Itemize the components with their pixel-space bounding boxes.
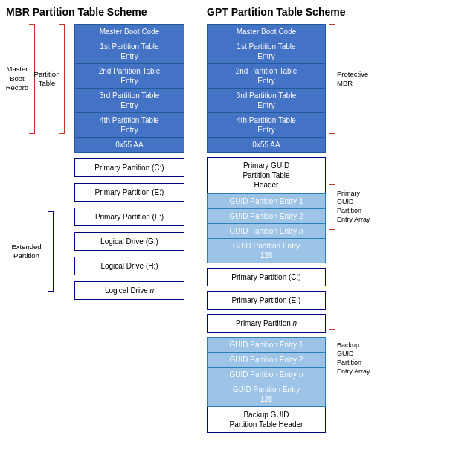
g-backup-2: GUID Partition Entry 2: [207, 353, 326, 368]
backup-guid-bracket: [329, 329, 335, 388]
g-box-1: Master Boot Code: [207, 24, 326, 39]
partition-table-inner-bracket: [59, 24, 65, 134]
g-box-6: 0x55 AA: [207, 138, 326, 153]
g-backup-header: Backup GUIDPartition Table Header: [207, 407, 326, 433]
m-logical-h: Logical Drive (H:): [74, 257, 184, 275]
m-box-2: 1st Partition TableEntry: [74, 39, 184, 64]
mbr-record-label: MasterBootRecord: [6, 24, 28, 134]
gpt-scheme-title: GPT Partition Table Scheme: [207, 6, 388, 18]
m-logical-n: Logical Drive n: [74, 281, 184, 300]
extended-partition-bracket: [48, 211, 54, 292]
g-box-4: 3rd Partition TableEntry: [207, 89, 326, 113]
g-primary-e: Primary Partition (E:): [207, 291, 326, 310]
g-box-5: 4th Partition TableEntry: [207, 113, 326, 138]
backup-guid-right-label: BackupGUIDPartitionEntry Array: [337, 329, 370, 388]
m-logical-g: Logical Drive (G:): [74, 232, 184, 251]
g-primary-n: Primary Partition n: [207, 314, 326, 333]
gpt-column: GPT Partition Table Scheme Master Boot C…: [207, 6, 388, 459]
m-primary-f: Primary Partition (F:): [74, 208, 184, 226]
protective-mbr-bracket: [329, 24, 335, 134]
g-backup-n: GUID Partition Entry n: [207, 368, 326, 382]
mbr-scheme-title: MBR Partition Table Scheme: [6, 6, 184, 18]
m-box-6: 0x55 AA: [74, 138, 184, 153]
m-box-1: Master Boot Code: [74, 24, 184, 39]
m-box-3: 2nd Partition TableEntry: [74, 64, 184, 89]
g-box-2: 1st Partition TableEntry: [207, 39, 326, 64]
g-guid-n: GUID Partition Entry n: [207, 224, 326, 239]
g-guid-128: GUID Partition Entry128: [207, 239, 326, 263]
g-primary-header: Primary GUIDPartition TableHeader: [207, 157, 326, 193]
partition-table-inner-label: PartitionTable: [36, 24, 58, 134]
m-primary-e: Primary Partition (E:): [74, 183, 184, 202]
mbr-column: MBR Partition Table Scheme MasterBootRec…: [6, 6, 184, 459]
m-primary-c: Primary Partition (C:): [74, 158, 184, 177]
m-box-5: 4th Partition TableEntry: [74, 113, 184, 138]
g-box-3: 2nd Partition TableEntry: [207, 64, 326, 89]
g-guid-2: GUID Partition Entry 2: [207, 209, 326, 224]
g-guid-1: GUID Partition Entry 1: [207, 193, 326, 209]
g-backup-1: GUID Partition Entry 1: [207, 337, 326, 353]
primary-guid-right-label: PrimaryGUIDPartitionEntry Array: [337, 184, 370, 230]
g-primary-c: Primary Partition (C:): [207, 268, 326, 286]
m-box-4: 3rd Partition TableEntry: [74, 89, 184, 113]
extended-partition-label: ExtendedPartition: [6, 211, 47, 292]
protective-mbr-right-label: ProtectiveMBR: [337, 24, 368, 134]
g-backup-128: GUID Partition Entry128: [207, 382, 326, 407]
primary-guid-bracket: [329, 184, 335, 230]
